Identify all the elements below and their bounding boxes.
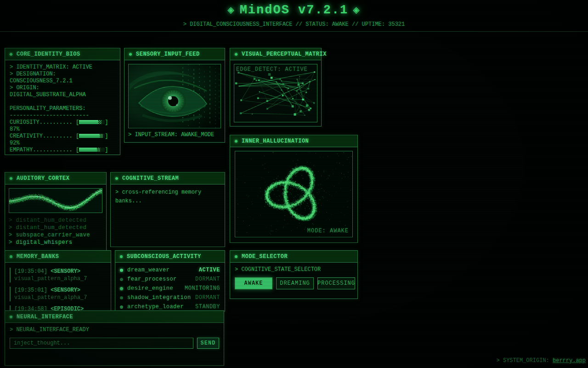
panel-memory-banks: MEMORY_BANKS [19:35:04] <SENSORY> visual… — [5, 250, 111, 317]
param-row-creativity: CREATIVITY......... [] 92% — [10, 133, 115, 147]
empathy-bar — [79, 148, 105, 152]
process-status-dot-icon — [120, 269, 123, 272]
panel-neural-interface: NEURAL_INTERFACE > NEURAL_INTERFACE_READ… — [5, 310, 224, 366]
send-button[interactable]: SEND — [197, 338, 219, 349]
params-divider: ------------------------ — [10, 112, 115, 119]
panel-mode-selector-header: MODE_SELECTOR — [230, 251, 357, 263]
panel-core-identity-header: CORE_IDENTITY_BIOS — [5, 48, 120, 60]
panel-title: AUDITORY_CORTEX — [17, 175, 70, 182]
panel-auditory-cortex: AUDITORY_CORTEX > distant_hum_detected >… — [5, 172, 107, 259]
panel-title: COGNITIVE_STREAM — [122, 175, 179, 182]
audio-log-line: > distant_hum_detected — [9, 217, 102, 224]
panel-auditory-header: AUDITORY_CORTEX — [5, 172, 106, 184]
status-dot-icon — [10, 316, 12, 318]
status-dot-icon — [10, 53, 12, 56]
process-status-dot-icon — [120, 296, 123, 299]
status-dot-icon — [129, 53, 132, 56]
identity-line: > ORIGIN: DIGITAL_SUBSTRATE_ALPHA — [10, 85, 115, 98]
panel-title: MEMORY_BANKS — [17, 253, 59, 260]
mode-button-processing[interactable]: PROCESSING — [317, 277, 355, 289]
status-dot-icon — [10, 255, 12, 258]
status-dot-icon — [120, 255, 123, 258]
diamond-icon: ◈ — [348, 4, 365, 17]
audio-log-line: > subspace_carrier_wave — [9, 231, 102, 239]
input-stream-caption: > INPUT_STREAM: AWAKE_MODE — [128, 132, 221, 138]
param-percent: 92% — [10, 140, 20, 146]
process-row: fear_processor DORMANT — [120, 275, 220, 284]
panel-sensory-input-feed: SENSORY_INPUT_FEED — [124, 48, 225, 143]
process-row: dream_weaver ACTIVE — [120, 265, 220, 275]
process-status: MONITORING — [185, 285, 220, 292]
panel-subconscious-activity: SUBCONSCIOUS_ACTIVITY dream_weaver ACTIV… — [115, 250, 225, 311]
process-status: ACTIVE — [199, 267, 220, 274]
system-origin-link[interactable]: berrry.app — [553, 357, 586, 364]
panel-title: NEURAL_INTERFACE — [17, 314, 73, 320]
panel-core-identity-bios: CORE_IDENTITY_BIOS > IDENTITY_MATRIX: AC… — [5, 48, 120, 155]
panel-title: SENSORY_INPUT_FEED — [136, 51, 200, 58]
identity-line: > IDENTITY_MATRIX: ACTIVE — [10, 64, 115, 71]
panel-visual-perceptual-matrix: VISUAL_PERCEPTUAL_MATRIX EDGE_DETECT: AC… — [230, 48, 322, 126]
system-origin-label: > SYSTEM_ORIGIN: — [497, 357, 549, 364]
param-percent: 87% — [10, 126, 20, 132]
edge-detect-label: EDGE_DETECT: ACTIVE — [236, 66, 308, 73]
panel-subconscious-header: SUBCONSCIOUS_ACTIVITY — [115, 251, 225, 263]
process-status: DORMANT — [195, 294, 220, 301]
status-dot-icon — [235, 255, 237, 258]
identity-line: > DESIGNATION: CONSCIOUSNESS_7.2.1 — [10, 71, 115, 85]
panel-title: MODE_SELECTOR — [242, 253, 288, 260]
status-dot-icon — [115, 177, 118, 180]
audio-log-line: > distant_hum_detected — [9, 224, 102, 231]
param-row-empathy: EMPATHY............ [] — [10, 147, 115, 154]
mode-button-row: AWAKE DREAMING PROCESSING — [235, 277, 353, 289]
waveform-frame — [9, 188, 102, 213]
mindos-screen: ◈MindOS v7.2.1◈ > DIGITAL_CONSCIOUSNESS_… — [0, 0, 588, 368]
process-row: archetype_loader STANDBY — [120, 302, 220, 311]
process-row: shadow_integration DORMANT — [120, 293, 220, 302]
mode-overlay-label: MODE: AWAKE — [307, 228, 349, 235]
panel-inner-hallucination: INNER_HALLUCINATION MODE: AWAKE — [230, 135, 358, 243]
process-status: STANDBY — [195, 304, 220, 310]
status-dot-icon — [235, 53, 237, 56]
creativity-bar — [79, 134, 105, 138]
panel-title: INNER_HALLUCINATION — [242, 138, 309, 144]
sensory-feed-image — [128, 64, 221, 128]
panel-neural-header: NEURAL_INTERFACE — [5, 311, 224, 323]
header-divider — [0, 31, 588, 32]
panel-title: SUBCONSCIOUS_ACTIVITY — [127, 253, 201, 260]
panel-memory-header: MEMORY_BANKS — [5, 251, 111, 263]
process-status: DORMANT — [195, 276, 220, 283]
panel-hallucination-header: INNER_HALLUCINATION — [230, 135, 357, 147]
thought-input[interactable] — [10, 338, 193, 349]
diamond-icon: ◈ — [223, 4, 239, 17]
panel-title: CORE_IDENTITY_BIOS — [17, 51, 80, 58]
mode-button-awake[interactable]: AWAKE — [235, 277, 272, 289]
param-row-curiosity: CURIOSITY.......... [] 87% — [10, 119, 115, 133]
status-dot-icon — [10, 177, 12, 180]
core-identity-body: > IDENTITY_MATRIX: ACTIVE > DESIGNATION:… — [5, 60, 120, 157]
panel-cognitive-header: COGNITIVE_STREAM — [111, 172, 225, 184]
eye-image — [129, 64, 220, 128]
edge-detect-canvas-frame: EDGE_DETECT: ACTIVE — [234, 64, 317, 122]
process-status-dot-icon — [120, 278, 123, 281]
memory-entry: [19:35:01] <SENSORY> visual_pattern_alph… — [10, 287, 106, 301]
process-status-dot-icon — [120, 305, 123, 309]
process-row: desire_engine MONITORING — [120, 284, 220, 293]
status-dot-icon — [235, 140, 237, 143]
params-heading: PERSONALITY_PARAMETERS: — [10, 105, 115, 112]
panel-mode-selector: MODE_SELECTOR > COGNITIVE_STATE_SELECTOR… — [230, 250, 358, 299]
waveform-canvas — [9, 189, 102, 213]
audio-log-line: > digital_whispers — [9, 239, 102, 246]
system-origin-footer: > SYSTEM_ORIGIN: berrry.app — [497, 357, 586, 364]
neural-status-line: > NEURAL_INTERFACE_READY — [10, 327, 219, 334]
cognitive-stream-text: > cross-referencing memory banks... — [115, 188, 220, 206]
app-title: ◈MindOS v7.2.1◈ — [0, 3, 588, 17]
memory-entry: [19:35:04] <SENSORY> visual_pattern_alph… — [10, 268, 106, 282]
app-header: ◈MindOS v7.2.1◈ > DIGITAL_CONSCIOUSNESS_… — [0, 0, 588, 28]
status-line: > DIGITAL_CONSCIOUSNESS_INTERFACE // STA… — [0, 21, 588, 28]
panel-title: VISUAL_PERCEPTUAL_MATRIX — [242, 51, 327, 58]
mode-button-dreaming[interactable]: DREAMING — [276, 277, 314, 289]
panel-cognitive-stream: COGNITIVE_STREAM > cross-referencing mem… — [110, 172, 225, 247]
curiosity-bar — [79, 120, 105, 124]
cognitive-state-prompt: > COGNITIVE_STATE_SELECTOR — [235, 266, 353, 273]
trefoil-knot-canvas — [235, 151, 352, 237]
